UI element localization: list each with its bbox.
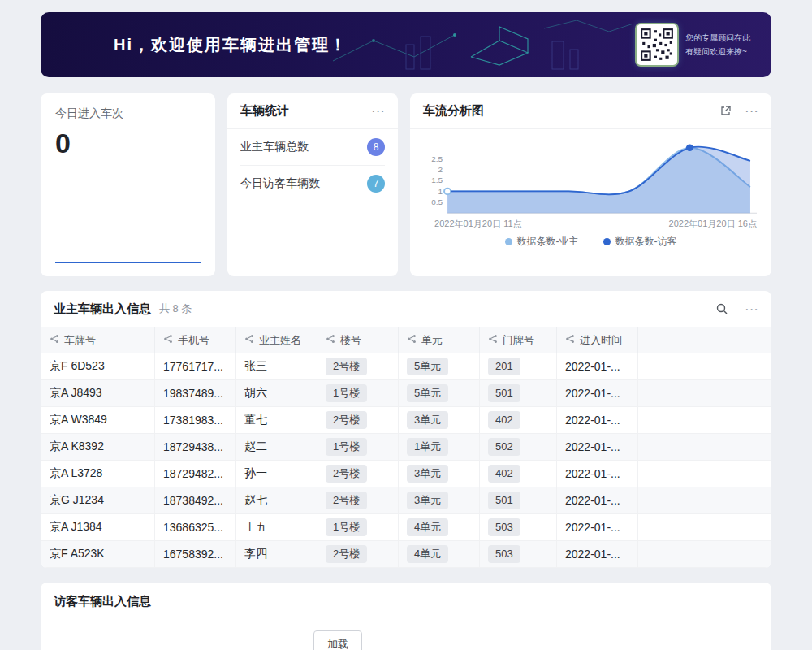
- legend-item-visitor[interactable]: 数据条数-访客: [603, 235, 677, 249]
- tag-pill: 402: [488, 411, 520, 429]
- stat-row-visitor-today: 今日访客车辆数 7: [240, 166, 385, 202]
- legend-dot: [505, 238, 512, 245]
- table-cell[interactable]: 2022-01-...: [557, 380, 638, 407]
- table-cell[interactable]: 2号楼: [317, 353, 399, 380]
- legend-item-owner[interactable]: 数据条数-业主: [505, 235, 579, 249]
- table-cell-filler: [638, 407, 771, 434]
- more-icon[interactable]: ···: [745, 302, 758, 316]
- table-cell[interactable]: 2022-01-...: [557, 488, 638, 514]
- table-cell[interactable]: 19837489...: [155, 380, 236, 407]
- tag-pill: 5单元: [407, 384, 448, 402]
- table-cell[interactable]: 18738492...: [155, 488, 236, 514]
- table-cell[interactable]: 1号楼: [317, 434, 399, 461]
- table-cell[interactable]: 201: [480, 353, 557, 380]
- table-cell[interactable]: 1号楼: [317, 380, 399, 407]
- more-icon[interactable]: ···: [745, 104, 758, 118]
- svg-text:1.5: 1.5: [431, 176, 443, 185]
- table-cell[interactable]: 18729482...: [155, 461, 236, 488]
- table-cell[interactable]: 3单元: [399, 461, 480, 488]
- column-header[interactable]: 手机号: [155, 327, 236, 353]
- table-cell[interactable]: 2号楼: [317, 541, 399, 568]
- table-cell[interactable]: 张三: [236, 353, 317, 380]
- table-cell[interactable]: 17381983...: [155, 407, 236, 434]
- table-cell[interactable]: 京A L3728: [41, 461, 155, 488]
- table-cell[interactable]: 501: [480, 380, 557, 407]
- table-cell-filler: [638, 488, 771, 514]
- table-cell[interactable]: 孙一: [236, 461, 317, 488]
- table-cell[interactable]: 京G J1234: [41, 488, 155, 514]
- table-cell[interactable]: 501: [480, 488, 557, 514]
- table-cell[interactable]: 2022-01-...: [557, 541, 638, 568]
- column-header[interactable]: 业主姓名: [236, 327, 317, 353]
- owner-table-body: 京F 6D52317761717...张三2号楼5单元2012022-01-..…: [41, 353, 771, 568]
- stat-label: 业主车辆总数: [240, 140, 309, 154]
- table-cell[interactable]: 16758392...: [155, 541, 236, 568]
- table-cell[interactable]: 2022-01-...: [557, 461, 638, 488]
- svg-text:2.5: 2.5: [431, 154, 443, 163]
- banner-title: Hi，欢迎使用车辆进出管理！: [114, 34, 348, 56]
- owner-table: 车牌号手机号业主姓名楼号单元门牌号进入时间 京F 6D52317761717..…: [41, 327, 771, 568]
- table-cell[interactable]: 2022-01-...: [557, 514, 638, 541]
- table-cell[interactable]: 2号楼: [317, 488, 399, 514]
- today-entries-card: 今日进入车次 0: [41, 93, 215, 276]
- table-cell[interactable]: 2022-01-...: [557, 407, 638, 434]
- table-cell-filler: [638, 461, 771, 488]
- table-cell[interactable]: 4单元: [399, 514, 480, 541]
- table-cell[interactable]: 2号楼: [317, 407, 399, 434]
- field-type-icon: [407, 334, 417, 346]
- table-cell[interactable]: 董七: [236, 407, 317, 434]
- table-cell[interactable]: 2022-01-...: [557, 434, 638, 461]
- column-header[interactable]: 车牌号: [41, 327, 155, 353]
- table-cell[interactable]: 502: [480, 434, 557, 461]
- column-header[interactable]: 门牌号: [480, 327, 557, 353]
- svg-text:2022年01月20日 16点: 2022年01月20日 16点: [669, 219, 758, 229]
- table-cell[interactable]: 京A W3849: [41, 407, 155, 434]
- table-cell[interactable]: 503: [480, 514, 557, 541]
- table-cell[interactable]: 2022-01-...: [557, 353, 638, 380]
- table-cell[interactable]: 5单元: [399, 380, 480, 407]
- table-cell[interactable]: 3单元: [399, 488, 480, 514]
- stat-badge: 8: [367, 138, 385, 156]
- table-cell[interactable]: 京A K8392: [41, 434, 155, 461]
- table-cell[interactable]: 3单元: [399, 407, 480, 434]
- table-row: 京F 6D52317761717...张三2号楼5单元2012022-01-..…: [41, 353, 771, 380]
- table-cell[interactable]: 2号楼: [317, 461, 399, 488]
- svg-text:0.5: 0.5: [431, 197, 443, 206]
- load-button[interactable]: 加载: [313, 630, 362, 650]
- table-cell[interactable]: 402: [480, 407, 557, 434]
- column-header[interactable]: 单元: [399, 327, 480, 353]
- column-header-filler: [638, 327, 771, 353]
- table-cell-filler: [638, 514, 771, 541]
- column-header[interactable]: 进入时间: [557, 327, 638, 353]
- column-header[interactable]: 楼号: [317, 327, 399, 353]
- table-cell[interactable]: 京A J1384: [41, 514, 155, 541]
- table-cell[interactable]: 1号楼: [317, 514, 399, 541]
- table-cell[interactable]: 王五: [236, 514, 317, 541]
- tag-pill: 2号楼: [326, 545, 367, 563]
- table-cell[interactable]: 京F 6D523: [41, 353, 155, 380]
- table-cell[interactable]: 赵七: [236, 488, 317, 514]
- table-cell[interactable]: 402: [480, 461, 557, 488]
- table-cell[interactable]: 赵二: [236, 434, 317, 461]
- table-cell[interactable]: 4单元: [399, 541, 480, 568]
- export-icon[interactable]: [719, 105, 732, 117]
- table-cell[interactable]: 18729438...: [155, 434, 236, 461]
- traffic-card-title: 车流分析图: [423, 103, 484, 119]
- more-icon[interactable]: ···: [371, 104, 385, 118]
- dashboard-page: Hi，欢迎使用车辆进出管理！: [0, 0, 812, 650]
- table-cell[interactable]: 京F A523K: [41, 541, 155, 568]
- field-type-icon: [488, 334, 498, 346]
- tag-pill: 2号楼: [326, 358, 367, 375]
- field-type-icon: [163, 334, 173, 346]
- search-icon[interactable]: [715, 302, 728, 315]
- field-type-icon: [326, 334, 335, 346]
- table-cell[interactable]: 13686325...: [155, 514, 236, 541]
- table-cell[interactable]: 京A J8493: [41, 380, 155, 407]
- table-cell[interactable]: 李四: [236, 541, 317, 568]
- table-cell[interactable]: 503: [480, 541, 557, 568]
- table-cell[interactable]: 1单元: [399, 434, 480, 461]
- table-cell[interactable]: 5单元: [399, 353, 480, 380]
- tag-pill: 2号楼: [326, 465, 367, 483]
- table-cell[interactable]: 17761717...: [155, 353, 236, 380]
- table-cell[interactable]: 胡六: [236, 380, 317, 407]
